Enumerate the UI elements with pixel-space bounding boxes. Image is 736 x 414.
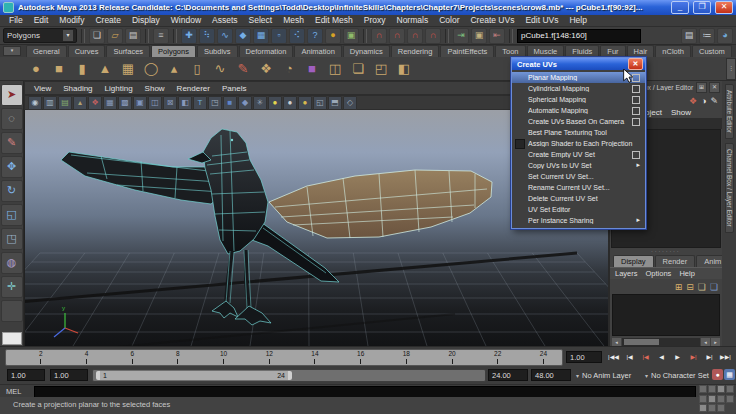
shelf-tab[interactable]: Hair [627,45,655,57]
select-surface-icon[interactable]: ◆ [235,28,251,44]
current-frame-field[interactable]: 1.00 [566,351,602,363]
panel-toolbar-icon[interactable]: ◫ [148,96,162,110]
poly-plane-icon[interactable]: ▦ [118,59,138,79]
anim-layer-dropdown[interactable]: ▾ No Anim Layer [576,369,631,381]
close-button[interactable]: ✕ [715,1,733,14]
new-layer-from-selected-icon[interactable]: ❏ [710,282,718,292]
ipr-render-icon[interactable]: ◕ [717,28,733,44]
panel-toolbar-icon[interactable]: ⊠ [163,96,177,110]
snap-to-curve-icon[interactable]: ∩ [389,28,405,44]
chevron-down-icon[interactable]: ▾ [63,30,73,41]
extract-face-icon[interactable]: ◰ [371,59,391,79]
shelf-tab[interactable]: Muscle [527,45,565,57]
shelf-tab[interactable]: Fluids [565,45,599,57]
select-by-hierarchy-icon[interactable]: ✚ [181,28,197,44]
poly-helix-icon[interactable]: ∿ [210,59,230,79]
go-to-start-button[interactable]: |◀◀ [606,350,621,364]
option-box-icon[interactable] [632,96,640,104]
menu-item[interactable]: Window [166,15,206,26]
shelf-tab[interactable]: Curves [68,45,106,57]
panel-menu-item[interactable]: Shading [58,84,97,93]
scroll-thumb[interactable] [624,339,659,345]
boolean-icon[interactable]: ◧ [394,59,414,79]
menu-item[interactable]: Select [244,15,278,26]
select-misc-icon[interactable]: ? [307,28,323,44]
shelf-tab-toggle-icon[interactable]: ▾ [3,46,21,56]
menu-item[interactable]: Edit [29,15,54,26]
shelf-tab[interactable]: General [26,45,67,57]
platonic-solid-icon[interactable]: ■ [302,59,322,79]
menu-item[interactable]: File [4,15,28,26]
panel-toolbar-icon[interactable]: ● [298,96,312,110]
move-tool-icon[interactable]: ✥ [1,156,23,178]
menu-item[interactable]: Set Current UV Set... ▸ [512,171,645,182]
play-forwards-button[interactable]: ▶ [670,350,685,364]
play-backwards-button[interactable]: ◀ [654,350,669,364]
channel-box-menu-item[interactable]: Show [671,108,691,117]
layer-move-up-icon[interactable]: ⊞ [675,282,683,292]
show-manipulator-tool-icon[interactable]: ✛ [1,276,23,298]
pin-panel-icon[interactable]: ⊞ [696,82,707,93]
panel-toolbar-icon[interactable]: ▤ [58,96,72,110]
time-slider[interactable]: 2 4 6 8 10 12 14 16 [5,349,563,366]
animation-preferences-icon[interactable]: ▦ [724,369,735,380]
poly-cube-icon[interactable]: ■ [49,59,69,79]
panel-menu-item[interactable]: Panels [217,84,251,93]
option-box-icon[interactable] [632,151,640,159]
output-connections-icon[interactable]: ⇤ [489,28,505,44]
shelf-tab[interactable]: Custom [692,45,732,57]
last-tool-icon[interactable] [1,300,23,322]
panel-menu-item[interactable]: Lighting [100,84,138,93]
panel-toolbar-icon[interactable]: ◇ [343,96,357,110]
paint-select-tool-icon[interactable]: ✎ [1,132,23,154]
select-tool-icon[interactable]: ➤ [1,84,23,106]
shelf-overflow-icon[interactable]: ⋮ [726,58,736,80]
menu-item[interactable]: Modify [54,15,89,26]
menu-item[interactable]: Proxy [359,15,391,26]
select-poly-icon[interactable]: ▦ [253,28,269,44]
shelf-tab[interactable]: Fur [600,45,625,57]
shelf-tab[interactable]: Toon [495,45,525,57]
shelf-tab[interactable]: nCloth [655,45,691,57]
channel-speed-dial-icon[interactable]: ◑ [701,96,706,106]
panel-menu-item[interactable]: Renderer [172,84,215,93]
universal-manipulator-tool-icon[interactable]: ◳ [1,228,23,250]
shelf-tab[interactable]: Polygons [151,45,196,57]
quick-selection-field[interactable]: pCube1.f[148:160] [517,29,641,43]
panel-splitter[interactable]: ∙∙∙∙∙∙∙∙ [610,248,722,255]
layer-list[interactable] [612,294,720,336]
panel-toolbar-icon[interactable]: ▣ [133,96,147,110]
render-view-icon[interactable]: ▤ [681,28,697,44]
shelf-tab[interactable]: PaintEffects [440,45,494,57]
panel-toolbar-icon[interactable]: ▩ [118,96,132,110]
panel-toolbar-icon[interactable]: ◉ [28,96,42,110]
animation-end-field[interactable]: 48.00 [531,369,571,381]
layout-single-pane-button[interactable] [2,332,22,345]
panel-toolbar-icon[interactable]: ▥ [43,96,57,110]
option-box-icon[interactable] [632,118,640,126]
step-forward-frame-button[interactable]: ▶| [702,350,717,364]
select-dynamic-icon[interactable]: ⠪ [289,28,305,44]
poly-cone-icon[interactable]: ▲ [95,59,115,79]
layer-editor-menu-item[interactable]: Layers [615,269,638,278]
save-scene-icon[interactable]: ▤ [125,28,141,44]
menu-item[interactable]: Best Plane Texturing Tool ▸ [512,127,645,138]
menu-item[interactable]: Rename Current UV Set... ▸ [512,182,645,193]
scale-tool-icon[interactable]: ◱ [1,204,23,226]
scroll-track[interactable] [622,338,700,346]
menu-item[interactable]: Normals [392,15,434,26]
duplicate-face-icon[interactable]: ❏ [348,59,368,79]
scroll-left-icon[interactable]: ◂ [701,338,710,346]
shelf-tab[interactable]: Animation [294,45,341,57]
auto-keyframe-icon[interactable]: ● [712,369,723,380]
playback-end-field[interactable]: 24.00 [488,369,528,381]
menu-item[interactable]: UV Set Editor ▸ [512,204,645,215]
poly-cylinder-icon[interactable]: ▮ [72,59,92,79]
option-box-icon[interactable] [632,107,640,115]
layer-editor-tab[interactable]: Render [655,255,696,267]
select-by-object-icon[interactable]: ⠳ [199,28,215,44]
checkbox[interactable] [515,139,525,149]
snap-to-grid-icon[interactable]: ∩ [371,28,387,44]
tab-channel-box-layer-editor[interactable]: Channel Box / Layer Editor [725,143,734,233]
combine-icon[interactable]: ❖ [256,59,276,79]
